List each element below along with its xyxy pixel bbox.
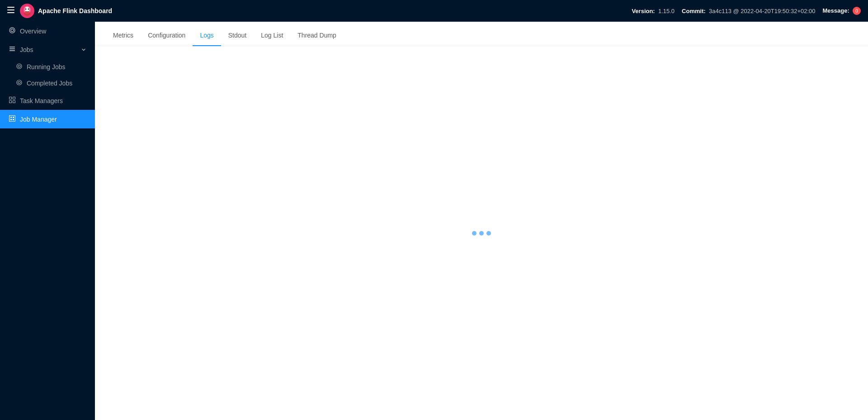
job-manager-label: Job Manager <box>20 116 57 123</box>
tab-metrics[interactable]: Metrics <box>106 25 141 46</box>
sidebar-item-jobs[interactable]: Jobs <box>0 40 95 59</box>
top-header: Apache Flink Dashboard Version: 1.15.0 C… <box>0 0 868 22</box>
sidebar-item-running-jobs[interactable]: Running Jobs <box>0 59 95 75</box>
svg-point-6 <box>25 9 27 10</box>
completed-jobs-icon <box>16 80 22 87</box>
tab-thread-dump[interactable]: Thread Dump <box>290 25 344 46</box>
message-badge: 0 <box>853 7 861 15</box>
jobs-header-left: Jobs <box>9 46 33 53</box>
svg-point-17 <box>18 81 20 84</box>
svg-point-16 <box>17 80 22 85</box>
svg-rect-12 <box>9 48 15 49</box>
sidebar-item-completed-jobs[interactable]: Completed Jobs <box>0 75 95 91</box>
svg-rect-1 <box>7 9 14 10</box>
jobs-label: Jobs <box>20 46 33 53</box>
svg-rect-25 <box>10 119 12 120</box>
sidebar-item-overview-label: Overview <box>20 28 46 35</box>
loading-spinner <box>472 231 491 236</box>
jobs-section: Jobs Running Jobs <box>0 40 95 91</box>
running-jobs-icon <box>16 63 22 71</box>
hamburger-icon[interactable] <box>7 7 14 15</box>
svg-rect-13 <box>9 50 15 51</box>
running-jobs-label: Running Jobs <box>27 63 66 71</box>
main-layout: Overview Jobs <box>0 22 868 420</box>
sidebar-item-job-manager[interactable]: Job Manager <box>0 110 95 128</box>
loading-dot-3 <box>486 231 491 236</box>
flink-logo-icon <box>20 4 34 18</box>
app-title: Apache Flink Dashboard <box>38 7 112 14</box>
header-right: Version: 1.15.0 Commit: 3a4c113 @ 2022-0… <box>632 7 861 15</box>
svg-point-10 <box>11 29 14 32</box>
overview-icon <box>9 27 15 35</box>
logo-area: Apache Flink Dashboard <box>20 4 112 18</box>
loading-dot-2 <box>479 231 484 236</box>
svg-point-15 <box>18 65 20 67</box>
svg-rect-23 <box>10 117 12 118</box>
tab-configuration[interactable]: Configuration <box>141 25 193 46</box>
jobs-chevron-icon <box>81 46 86 53</box>
job-manager-icon <box>9 115 15 123</box>
message-info: Message: 0 <box>823 7 861 15</box>
svg-rect-19 <box>13 97 15 99</box>
jobs-children: Running Jobs Completed Jobs <box>0 59 95 91</box>
svg-point-8 <box>24 11 30 16</box>
svg-point-14 <box>17 64 22 69</box>
svg-rect-11 <box>9 47 15 47</box>
sidebar: Overview Jobs <box>0 22 95 420</box>
sidebar-item-task-managers[interactable]: Task Managers <box>0 91 95 110</box>
loading-dot-1 <box>472 231 476 236</box>
svg-rect-20 <box>9 101 12 103</box>
svg-rect-26 <box>13 119 14 120</box>
svg-point-7 <box>28 9 29 10</box>
task-managers-label: Task Managers <box>20 97 63 104</box>
svg-rect-18 <box>9 97 12 99</box>
tab-content-logs <box>95 46 868 420</box>
svg-rect-22 <box>9 116 15 122</box>
commit-info: Commit: 3a4c113 @ 2022-04-20T19:50:32+02… <box>682 8 815 14</box>
tab-bar: Metrics Configuration Logs Stdout Log Li… <box>95 22 868 46</box>
svg-rect-0 <box>7 7 14 8</box>
tab-stdout[interactable]: Stdout <box>221 25 254 46</box>
completed-jobs-label: Completed Jobs <box>27 80 72 87</box>
tab-log-list[interactable]: Log List <box>254 25 290 46</box>
jobs-icon <box>9 46 15 53</box>
tab-logs[interactable]: Logs <box>193 25 221 46</box>
svg-rect-24 <box>13 117 14 118</box>
svg-rect-2 <box>7 12 14 13</box>
task-managers-icon <box>9 97 15 104</box>
svg-rect-21 <box>13 101 15 103</box>
version-info: Version: 1.15.0 <box>632 8 675 14</box>
sidebar-item-overview[interactable]: Overview <box>0 22 95 40</box>
content-area: Metrics Configuration Logs Stdout Log Li… <box>95 22 868 420</box>
svg-point-9 <box>9 28 15 33</box>
header-left: Apache Flink Dashboard <box>7 4 112 18</box>
